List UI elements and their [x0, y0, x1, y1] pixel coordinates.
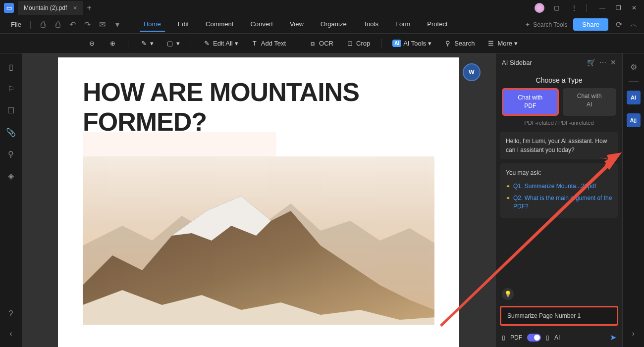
document-viewport[interactable]: HOW ARE MOUNTAINS FORMED? [22, 53, 495, 347]
export-word-icon[interactable]: W [463, 63, 481, 81]
suggested-question-2[interactable]: ✦ Q2. What is the main argument of the P… [506, 192, 612, 213]
menu-form[interactable]: Form [391, 17, 414, 32]
search-rail-icon[interactable]: ⚲ [5, 149, 16, 159]
print-icon[interactable]: ⎙ [54, 20, 62, 29]
ai-chat-input[interactable]: Summarize Page Number 1 [500, 306, 618, 326]
cart-icon[interactable]: 🛒 [587, 58, 595, 66]
menu-edit[interactable]: Edit [174, 17, 193, 32]
chat-with-ai-tab[interactable]: Chat with AI [563, 88, 617, 116]
user-avatar[interactable] [535, 3, 544, 13]
menu-home[interactable]: Home [140, 17, 165, 32]
you-may-ask-label: You may ask: [506, 168, 612, 177]
menu-comment[interactable]: Comment [202, 17, 237, 32]
redo-icon[interactable]: ↷ [83, 20, 92, 29]
close-sidebar-icon[interactable]: ✕ [610, 58, 616, 66]
new-tab-button[interactable]: + [87, 3, 92, 12]
mountain-image [83, 156, 434, 325]
sync-icon[interactable]: ⟳ [614, 20, 623, 29]
close-window-button[interactable]: ✕ [628, 2, 640, 14]
zoom-out-button[interactable]: ⊖ [84, 37, 99, 50]
ai-mode-label: AI [554, 334, 560, 341]
sparkle-icon: ✦ [506, 182, 510, 191]
titlebar: ▭ Mountain (2).pdf × + ▢ ⋮ — ❐ ✕ [0, 0, 644, 16]
ai-rail-icon[interactable]: AI [627, 91, 641, 104]
ai-tools-button[interactable]: AIAI Tools ▾ [389, 38, 434, 49]
sparkle-icon: ✦ [506, 194, 510, 211]
tab-title: Mountain (2).pdf [24, 4, 67, 11]
zoom-in-button[interactable]: ⊕ [105, 37, 120, 50]
search-tools[interactable]: ✦ Search Tools [525, 21, 567, 28]
share-button[interactable]: Share [573, 18, 608, 31]
menubar: File ⎙ ⎙ ↶ ↷ ✉ ▾ Home Edit Comment Conve… [0, 16, 644, 34]
pdf-page: HOW ARE MOUNTAINS FORMED? [58, 57, 459, 347]
maximize-button[interactable]: ❐ [612, 2, 624, 14]
ai-mode-icon: ▯ [546, 334, 549, 341]
menu-organize[interactable]: Organize [317, 17, 351, 32]
ocr-tool[interactable]: ⧈OCR [305, 37, 336, 50]
send-icon[interactable]: ➤ [610, 333, 616, 342]
email-icon[interactable]: ✉ [98, 20, 107, 29]
collapse-left-icon[interactable]: ‹ [5, 328, 16, 339]
collapse-icon[interactable]: ︿ [629, 20, 638, 29]
menu-protect[interactable]: Protect [423, 17, 451, 32]
comment-rail-icon[interactable]: ☐ [5, 105, 16, 116]
edit-all-tool[interactable]: ✎Edit All ▾ [199, 37, 241, 50]
pdf-mode-label: PDF [510, 334, 522, 341]
idea-icon[interactable]: 💡 [502, 288, 514, 300]
choose-type-label: Choose a Type [496, 71, 622, 88]
bookmark-icon[interactable]: ⚐ [5, 83, 16, 94]
thumbnail-icon[interactable]: ▯ [5, 61, 16, 72]
shape-tool[interactable]: ▢▾ [162, 37, 183, 50]
ai-greeting-message: Hello, I'm Lumi, your AI assistant. How … [500, 132, 618, 159]
file-menu[interactable]: File [6, 19, 26, 30]
save-icon[interactable]: ⎙ [39, 20, 48, 29]
minimize-button[interactable]: — [596, 2, 608, 14]
document-tab[interactable]: Mountain (2).pdf × [18, 1, 83, 15]
undo-icon[interactable]: ↶ [68, 20, 77, 29]
help-icon[interactable]: ? [5, 308, 16, 319]
left-sidebar: ▯ ⚐ ☐ 📎 ⚲ ◈ ? ‹ [0, 53, 22, 347]
suggested-questions: You may ask: ✦ Q1. Summarize Mounta...2)… [500, 163, 618, 218]
ai-sidebar-title: AI Sidebar [502, 59, 583, 66]
crop-tool[interactable]: ⊡Crop [342, 37, 373, 50]
tab-subtitle: PDF-related / PDF-unrelated [496, 116, 622, 130]
pdf-mode-icon: ▯ [502, 334, 505, 341]
more-vertical-icon[interactable]: ⋮ [568, 2, 580, 14]
add-text-tool[interactable]: TAdd Text [247, 37, 289, 50]
expand-right-icon[interactable]: › [628, 328, 639, 339]
dropdown-icon[interactable]: ▾ [113, 20, 122, 29]
translate-icon[interactable]: A▯ [627, 113, 641, 127]
attachment-icon[interactable]: 📎 [5, 127, 16, 138]
menu-view[interactable]: View [286, 17, 308, 32]
more-horizontal-icon[interactable]: ⋯ [599, 58, 606, 66]
chat-with-pdf-tab[interactable]: Chat with PDF [502, 88, 559, 116]
suggested-question-1[interactable]: ✦ Q1. Summarize Mounta...2).pdf [506, 180, 612, 193]
tab-close-icon[interactable]: × [73, 4, 77, 12]
app-icon: ▭ [4, 3, 14, 13]
chat-icon[interactable]: ▢ [550, 2, 562, 14]
menu-convert[interactable]: Convert [246, 17, 277, 32]
search-button[interactable]: ⚲Search [440, 37, 478, 50]
mode-toggle[interactable] [527, 334, 541, 342]
settings-icon[interactable]: ⚙ [628, 61, 639, 72]
menu-tools[interactable]: Tools [360, 17, 382, 32]
right-sidebar: ⚙ AI A▯ › [622, 53, 644, 347]
layers-icon[interactable]: ◈ [5, 170, 16, 181]
more-button[interactable]: ☰More ▾ [483, 37, 521, 50]
sparkle-icon: ✦ [525, 21, 530, 28]
document-heading: HOW ARE MOUNTAINS FORMED? [83, 77, 434, 137]
ai-sidebar: AI Sidebar 🛒 ⋯ ✕ Choose a Type Chat with… [495, 53, 622, 347]
toolbar: ⊖ ⊕ ✎▾ ▢▾ ✎Edit All ▾ TAdd Text ⧈OCR ⊡Cr… [0, 34, 644, 53]
highlight-tool[interactable]: ✎▾ [136, 37, 157, 50]
